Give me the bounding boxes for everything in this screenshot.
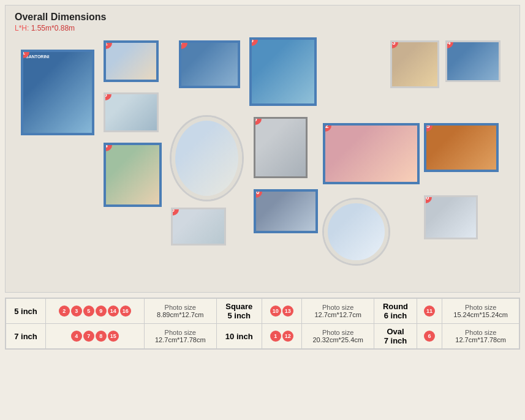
gallery-section: Overall Dimensions L*H: 1.55m*0.88m 1 SA… [5,5,520,293]
frame-area: 1 SANTORINI 2 3 4 5 6 7 8 [15,37,510,282]
badge-12: 12 [323,123,331,132]
frame-15: 15 [424,123,499,172]
ps-label-oval7: Photo size [447,329,514,336]
badges-round6-cell: 11 [422,306,437,317]
tb-8: 8 [96,331,107,342]
frame-6: 6 [172,117,242,200]
gallery-title: Overall Dimensions [15,12,510,23]
tb-6: 6 [424,331,435,342]
tb-7: 7 [83,331,94,342]
badge-4: 4 [104,143,112,151]
ps-label-10inch: Photo size [307,329,369,336]
tb-1: 1 [270,331,281,342]
cat-sq5: Square5 inch [217,299,262,324]
frame-9: 9 [254,117,308,178]
sq5-label: Square5 inch [225,302,252,320]
ps-val-round6: 15.24cm*15.24cm [447,311,514,318]
oval7-label: Oval7 inch [384,327,407,345]
tb-10: 10 [270,306,281,317]
frame-14: 14 [445,40,500,82]
cat-7inch-label: 7 inch [14,332,37,341]
frame-2: 2 [104,40,159,82]
tb-14: 14 [108,306,119,317]
frame-text-1: SANTORINI [26,54,49,59]
badge-11: 11 [324,200,334,209]
dims-table: 5 inch 2 3 5 9 14 16 Photo size 8.89cm*1… [6,298,519,349]
frame-4: 4 [104,143,162,207]
frame-12: 12 [323,123,420,184]
ps-val-7inch: 12.7cm*17.78cm [149,336,211,343]
badges-oval7-cell: 6 [422,331,437,342]
badge-6: 6 [172,117,181,127]
dims-value: 1.55m*0.88m [31,24,75,32]
tb-12: 12 [282,331,293,342]
frame-7: 7 [179,40,240,88]
badge-5: 5 [171,208,179,216]
frame-3: 3 [104,92,159,132]
frame-11: 11 [324,200,388,264]
frame-16: 16 [424,195,478,239]
badges-oval7: 6 [417,324,442,349]
badges-10inch-cell: 1 12 [267,331,296,342]
badge-10: 10 [254,189,262,198]
cat-7inch: 7 inch [6,324,46,349]
badge-3: 3 [104,92,111,100]
badges-10inch: 1 12 [262,324,301,349]
frame-13: 13 [390,40,439,88]
dims-table-section: 5 inch 2 3 5 9 14 16 Photo size 8.89cm*1… [5,298,520,350]
badge-9: 9 [254,117,262,125]
dims-label: L*H: [15,24,29,32]
tb-15: 15 [108,331,119,342]
ps-label-sq5: Photo size [307,304,369,311]
gallery-dims: L*H: 1.55m*0.88m [15,24,510,32]
tb-2: 2 [59,306,70,317]
badge-15: 15 [424,123,432,132]
photosize-10inch: Photo size 20.32cm*25.4cm [301,324,374,349]
cat-round6: Round6 inch [374,299,417,324]
round6-label: Round6 inch [383,302,408,320]
cat-5inch-label: 5 inch [14,307,37,316]
badges-sq5: 10 13 [262,299,301,324]
ps-val-5inch: 8.89cm*12.7cm [149,311,211,318]
photosize-7inch: Photo size 12.7cm*17.78cm [144,324,216,349]
tb-9: 9 [96,306,107,317]
ps-label-5inch: Photo size [149,304,211,311]
ps-val-oval7: 12.7cm*17.78cm [447,336,514,343]
cat-oval7: Oval7 inch [374,324,417,349]
photosize-round6: Photo size 15.24cm*15.24cm [442,299,519,324]
10inch-label: 10 inch [225,332,253,341]
cat-5inch: 5 inch [6,299,46,324]
photosize-oval7: Photo size 12.7cm*17.78cm [442,324,519,349]
tb-5: 5 [83,306,94,317]
badge-16: 16 [424,195,432,203]
photosize-5inch: Photo size 8.89cm*12.7cm [144,299,216,324]
tb-11: 11 [424,306,435,317]
ps-label-round6: Photo size [447,304,514,311]
tb-4: 4 [71,331,82,342]
badges-7inch: 4 7 8 15 [45,324,144,349]
badge-2: 2 [104,40,112,49]
frame-1: 1 SANTORINI [21,50,94,135]
tb-13: 13 [282,306,293,317]
cat-10inch: 10 inch [217,324,262,349]
photosize-sq5: Photo size 12.7cm*12.7cm [301,299,374,324]
table-row-1: 5 inch 2 3 5 9 14 16 Photo size 8.89cm*1… [6,299,519,324]
badge-8: 8 [249,37,258,46]
tb-3: 3 [71,306,82,317]
ps-label-7inch: Photo size [149,329,211,336]
frame-5: 5 [171,208,226,246]
badges-5inch-cell: 2 3 5 9 14 16 [51,306,139,317]
badges-5inch: 2 3 5 9 14 16 [45,299,144,324]
badge-13: 13 [390,40,398,48]
ps-val-sq5: 12.7cm*12.7cm [307,311,369,318]
tb-16: 16 [120,306,131,317]
badges-round6: 11 [417,299,442,324]
badges-sq5-cell: 10 13 [267,306,296,317]
badge-7: 7 [179,40,187,49]
frame-10: 10 [254,189,318,233]
table-row-2: 7 inch 4 7 8 15 Photo size 12.7cm*17.78c… [6,324,519,349]
badges-7inch-cell: 4 7 8 15 [51,331,139,342]
ps-val-10inch: 20.32cm*25.4cm [307,336,369,343]
badge-14: 14 [445,40,453,48]
frame-8: 8 [249,37,317,106]
